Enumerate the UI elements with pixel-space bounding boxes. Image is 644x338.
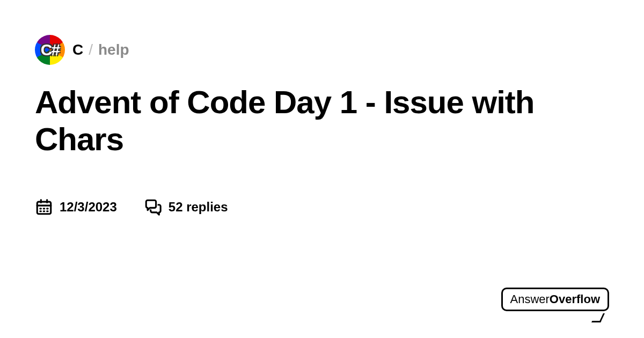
brand-name: AnswerOverflow [510, 292, 601, 306]
meta-row: 12/3/2023 52 replies [35, 198, 609, 216]
date-meta: 12/3/2023 [35, 198, 117, 216]
speech-bubble-icon: AnswerOverflow [501, 288, 610, 311]
breadcrumb-separator: / [89, 41, 93, 58]
channel-name: help [98, 41, 129, 58]
calendar-icon [35, 198, 53, 216]
breadcrumb: C# C / help [35, 35, 609, 65]
replies-icon [144, 198, 162, 216]
brand-logo: AnswerOverflow [501, 288, 610, 311]
replies-text: 52 replies [169, 200, 228, 215]
date-text: 12/3/2023 [60, 200, 117, 215]
breadcrumb-text: C / help [72, 41, 129, 58]
server-avatar: C# [35, 35, 65, 65]
server-name: C [72, 41, 83, 58]
page-title: Advent of Code Day 1 - Issue with Chars [35, 84, 609, 158]
replies-meta: 52 replies [144, 198, 228, 216]
